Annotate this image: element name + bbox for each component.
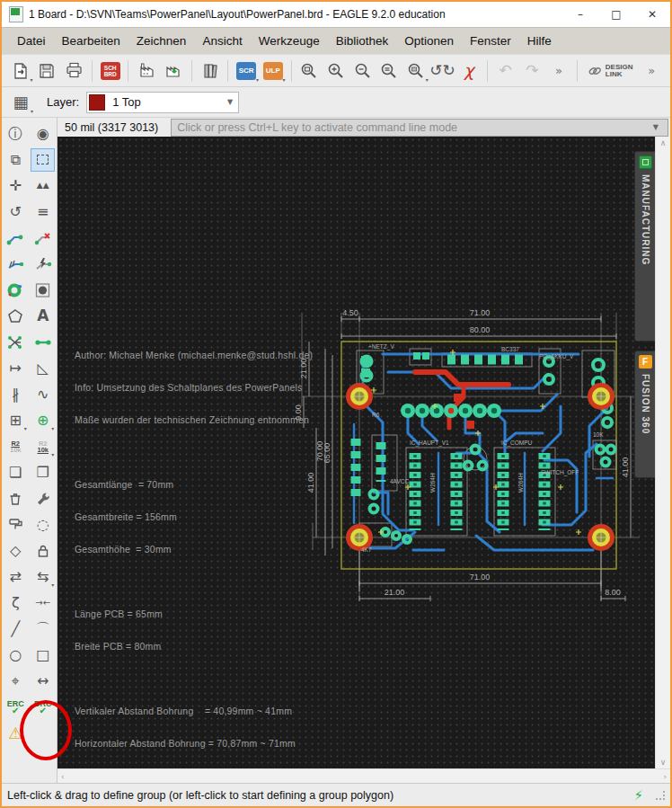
line-button[interactable]: ╱: [4, 617, 28, 641]
menu-ansicht[interactable]: Ansicht: [194, 31, 250, 51]
menu-datei[interactable]: Datei: [9, 31, 54, 51]
library-button[interactable]: [197, 58, 224, 84]
stop-button[interactable]: χ: [455, 58, 482, 84]
menu-bearbeiten[interactable]: Bearbeiten: [54, 31, 128, 51]
cam-output-button[interactable]: [160, 58, 187, 84]
unroute-button[interactable]: [31, 253, 55, 276]
mark-button[interactable]: ⌖: [4, 670, 28, 693]
svg-text:41.00: 41.00: [306, 473, 315, 493]
design-link-button[interactable]: DESIGNLINK: [582, 64, 639, 78]
pad-button[interactable]: [31, 279, 55, 302]
split-button[interactable]: [4, 253, 28, 276]
delete-button[interactable]: [4, 487, 28, 511]
menu-werkzeuge[interactable]: Werkzeuge: [251, 31, 328, 51]
scroll-up-icon[interactable]: ∧: [660, 138, 667, 147]
ripup-button[interactable]: [31, 226, 55, 250]
optimize-button[interactable]: →←: [31, 591, 55, 615]
via-button[interactable]: [4, 279, 28, 302]
add-device-button[interactable]: ⊕▾: [31, 409, 55, 432]
text-button[interactable]: A: [31, 305, 55, 328]
add-part-button[interactable]: ⊞▾: [4, 409, 28, 432]
horizontal-scrollbar[interactable]: ‹ ›: [57, 768, 670, 783]
mirror-button[interactable]: ▲▲: [31, 174, 55, 198]
pinswap-button[interactable]: ⇄: [4, 565, 28, 589]
attribute-button[interactable]: ◇: [4, 539, 28, 563]
toolbar-overflow-button[interactable]: »: [545, 58, 572, 84]
menu-bibliothek[interactable]: Bibliothek: [328, 31, 397, 51]
meander-button[interactable]: ∿: [31, 383, 55, 406]
menu-optionen[interactable]: Optionen: [396, 31, 462, 51]
menu-fenster[interactable]: Fenster: [462, 31, 519, 51]
ratsnest-button[interactable]: [4, 331, 28, 354]
show-button[interactable]: ◉: [31, 122, 55, 146]
gateswap-button[interactable]: ⇆▾: [31, 565, 55, 589]
manufacturing-tab[interactable]: MANUFACTURING: [634, 151, 655, 342]
grid-button[interactable]: ▦ ▾: [7, 90, 34, 115]
vertical-scrollbar[interactable]: ∧ ∨: [655, 137, 670, 768]
polygon-button[interactable]: [4, 305, 28, 328]
zoom-select-button[interactable]: ▾: [402, 58, 429, 84]
run-ulp-button[interactable]: ULP ▾: [260, 58, 287, 84]
group-button[interactable]: [31, 148, 55, 172]
board-canvas[interactable]: Author: Michael Menke (michael.menke@stu…: [57, 137, 655, 768]
svg-text:W264H: W264H: [429, 473, 436, 493]
zoom-in-button[interactable]: [323, 58, 349, 84]
dimension-button[interactable]: ↔: [31, 670, 55, 693]
crimp-button[interactable]: ζ: [4, 591, 28, 615]
drc-check-icon: ✔: [34, 707, 52, 715]
miter-button[interactable]: ◺: [31, 357, 55, 380]
refresh-button[interactable]: ↺↻: [429, 58, 456, 84]
arc-button[interactable]: ⌒: [31, 617, 55, 641]
redo-button[interactable]: ↷: [519, 58, 546, 84]
rect-button[interactable]: □: [31, 644, 55, 667]
sch-brd-switch-button[interactable]: SCHBRD: [97, 58, 124, 84]
drc-button[interactable]: DRC✔: [31, 696, 55, 719]
replace-button[interactable]: ◌: [31, 513, 55, 537]
diffpair-button[interactable]: ∦: [4, 383, 28, 406]
info-button[interactable]: ⓘ: [4, 122, 28, 146]
erc-button[interactable]: ERC✔: [4, 696, 28, 719]
minimize-button[interactable]: –: [562, 2, 598, 27]
copy-button[interactable]: ❏: [4, 461, 28, 484]
eagle-window: 1 Board - D:\SVN\Teams\PowerPanel\Layout…: [0, 0, 672, 808]
route-button[interactable]: [4, 226, 28, 250]
title-bar: 1 Board - D:\SVN\Teams\PowerPanel\Layout…: [2, 2, 670, 27]
close-button[interactable]: ✕: [634, 2, 670, 27]
scroll-right-icon[interactable]: ›: [663, 772, 667, 781]
print-button[interactable]: [60, 58, 87, 84]
save-button[interactable]: [34, 58, 61, 84]
wire-button[interactable]: [31, 331, 55, 354]
display-layers-button[interactable]: ⧉: [4, 148, 28, 172]
run-script-button[interactable]: SCR ▾: [233, 58, 260, 84]
paste-button[interactable]: ❐: [31, 461, 55, 484]
scroll-down-icon[interactable]: ∨: [660, 758, 667, 767]
circle-button[interactable]: ○: [4, 644, 28, 667]
menu-zeichnen[interactable]: Zeichnen: [128, 31, 195, 51]
fusion360-tab[interactable]: F FUSION 360: [634, 351, 655, 478]
change-wrench-button[interactable]: [31, 487, 55, 511]
lock-button[interactable]: [31, 539, 55, 563]
toolbar-separator: [92, 60, 93, 82]
align-button[interactable]: ≡: [31, 200, 55, 224]
undo-button[interactable]: ↶: [492, 58, 519, 84]
value-button[interactable]: R210k ▾: [31, 435, 55, 458]
design-link-overflow-button[interactable]: »: [638, 58, 665, 84]
rotate-button[interactable]: ↺: [4, 200, 28, 224]
command-line-input[interactable]: Click or press Ctrl+L key to activate co…: [171, 119, 668, 137]
zoom-redraw-button[interactable]: [376, 58, 402, 84]
cam-processor-button[interactable]: [133, 58, 160, 84]
smash-button[interactable]: [4, 513, 28, 537]
new-file-button[interactable]: ▾: [7, 58, 34, 84]
move-button[interactable]: ✛: [4, 174, 28, 198]
scroll-left-icon[interactable]: ‹: [61, 772, 65, 781]
name-button[interactable]: R210k: [4, 435, 28, 458]
signal-button[interactable]: ↦: [4, 357, 28, 380]
warning-icon: ⚠: [8, 724, 22, 742]
layer-select[interactable]: 1 Top ▼: [86, 92, 239, 113]
zoom-out-button[interactable]: [349, 58, 376, 84]
maximize-button[interactable]: □: [598, 2, 634, 27]
errors-button[interactable]: ⚠: [4, 722, 28, 745]
menu-hilfe[interactable]: Hilfe: [519, 31, 560, 51]
zoom-fit-button[interactable]: [296, 58, 323, 84]
resize-grip[interactable]: [656, 791, 665, 800]
